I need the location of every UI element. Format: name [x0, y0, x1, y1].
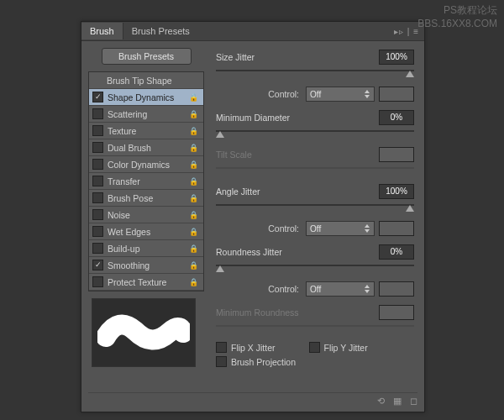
min-diameter-label: Minimum Diameter [216, 113, 379, 123]
tilt-scale-value [379, 147, 414, 162]
opt-wet-edges[interactable]: Wet Edges 🔒 [89, 223, 203, 240]
lock-icon: 🔒 [189, 93, 198, 102]
brush-panel: Brush Brush Presets ▸▹ | ≡ Brush Presets… [81, 21, 425, 412]
lock-icon: 🔒 [189, 244, 198, 253]
opt-brush-pose[interactable]: Brush Pose 🔒 [89, 190, 203, 207]
size-control-dropdown[interactable]: Off [306, 87, 375, 102]
size-jitter-label: Size Jitter [216, 52, 379, 62]
opt-dual-brush[interactable]: Dual Brush 🔒 [89, 139, 203, 156]
brush-presets-button[interactable]: Brush Presets [102, 48, 192, 65]
tab-brush-presets[interactable]: Brush Presets [123, 23, 198, 39]
checkbox-icon[interactable] [92, 159, 103, 170]
opt-smoothing[interactable]: ✓ Smoothing 🔒 [89, 257, 203, 274]
min-roundness-slider [216, 322, 414, 333]
tab-brush[interactable]: Brush [81, 23, 123, 39]
brush-projection[interactable]: Brush Projection [216, 356, 414, 367]
flip-y-jitter[interactable]: Flip Y Jitter [309, 342, 368, 353]
checkbox-icon[interactable] [92, 209, 103, 220]
roundness-control-val [379, 281, 414, 297]
checkbox-icon[interactable]: ✓ [92, 260, 103, 270]
opt-noise[interactable]: Noise 🔒 [89, 207, 203, 223]
lock-icon: 🔒 [189, 211, 198, 219]
angle-jitter-label: Angle Jitter [216, 186, 379, 197]
roundness-control-dropdown[interactable]: Off [306, 281, 375, 297]
panel-bottom-icons: ⟲ ▦ ◻ [88, 392, 417, 409]
brush-options-list: Brush Tip Shape ✓ Shape Dynamics 🔒 Scatt… [88, 71, 204, 291]
checkbox-icon[interactable] [92, 108, 103, 119]
toggle-icon[interactable]: ⟲ [377, 396, 385, 407]
checkbox-icon[interactable] [92, 243, 103, 254]
lock-icon: 🔒 [189, 160, 198, 169]
min-diameter-value[interactable]: 0% [379, 110, 414, 125]
tilt-scale-slider [216, 164, 414, 176]
checkbox-icon[interactable] [92, 176, 103, 186]
new-icon[interactable]: ◻ [410, 396, 417, 407]
opt-build-up[interactable]: Build-up 🔒 [89, 240, 203, 257]
lock-icon: 🔒 [189, 194, 198, 202]
opt-brush-tip-shape[interactable]: Brush Tip Shape [89, 72, 203, 89]
angle-jitter-slider[interactable] [216, 201, 414, 213]
flip-x-jitter[interactable]: Flip X Jitter [216, 342, 276, 353]
checkbox-icon[interactable] [92, 276, 103, 287]
angle-jitter-value[interactable]: 100% [379, 184, 414, 199]
lock-icon: 🔒 [189, 144, 198, 152]
lock-icon: 🔒 [189, 278, 198, 286]
control-label: Control: [268, 223, 299, 234]
lock-icon: 🔒 [189, 261, 198, 270]
settings-pane: Size Jitter 100% Control: Off Minimum Di… [204, 41, 424, 396]
opt-texture[interactable]: Texture 🔒 [89, 123, 203, 139]
opt-transfer[interactable]: Transfer 🔒 [89, 173, 203, 190]
brush-preview [92, 298, 196, 367]
min-diameter-slider[interactable] [216, 127, 414, 139]
tab-row: Brush Brush Presets ▸▹ | ≡ [81, 22, 424, 41]
brush-stroke-icon [97, 307, 190, 358]
control-label: Control: [268, 89, 299, 99]
checkbox-icon[interactable] [92, 192, 103, 203]
angle-control-val [379, 221, 414, 236]
checkbox-icon[interactable] [92, 142, 103, 153]
opt-scattering[interactable]: Scattering 🔒 [89, 106, 203, 123]
min-roundness-label: Minimum Roundness [216, 307, 379, 318]
opt-color-dynamics[interactable]: Color Dynamics 🔒 [89, 156, 203, 173]
opt-shape-dynamics[interactable]: ✓ Shape Dynamics 🔒 [89, 89, 203, 106]
checkbox-icon[interactable] [216, 356, 227, 367]
lock-icon: 🔒 [189, 228, 198, 236]
left-sidebar: Brush Presets Brush Tip Shape ✓ Shape Dy… [81, 41, 204, 396]
checkbox-icon[interactable] [309, 342, 320, 353]
new-preset-icon[interactable]: ▦ [393, 396, 402, 407]
angle-control-dropdown[interactable]: Off [306, 221, 375, 236]
control-label: Control: [268, 284, 299, 294]
roundness-jitter-label: Roundness Jitter [216, 247, 379, 257]
min-roundness-value [379, 305, 414, 320]
checkbox-icon[interactable] [92, 125, 103, 136]
watermark: PS教程论坛 BBS.16XX8.COM [417, 4, 497, 30]
size-control-val [379, 87, 414, 102]
opt-protect-texture[interactable]: Protect Texture 🔒 [89, 274, 203, 291]
roundness-jitter-slider[interactable] [216, 261, 414, 273]
lock-icon: 🔒 [189, 177, 198, 186]
checkbox-icon[interactable] [92, 226, 103, 237]
size-jitter-value[interactable]: 100% [379, 50, 414, 65]
lock-icon: 🔒 [189, 110, 198, 118]
checkbox-icon[interactable] [216, 342, 227, 353]
roundness-jitter-value[interactable]: 0% [379, 244, 414, 260]
lock-icon: 🔒 [189, 127, 198, 135]
checkbox-icon[interactable]: ✓ [92, 92, 103, 102]
tilt-scale-label: Tilt Scale [216, 150, 379, 160]
size-jitter-slider[interactable] [216, 66, 414, 78]
